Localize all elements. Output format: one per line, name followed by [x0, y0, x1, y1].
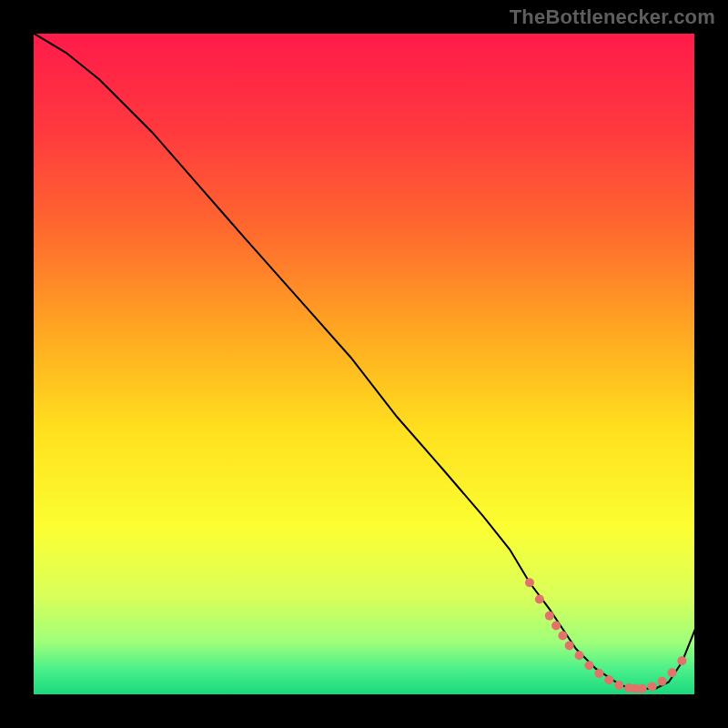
marker-dot: [638, 684, 647, 693]
marker-dot: [575, 651, 584, 660]
marker-dot: [558, 631, 567, 640]
chart-svg: [33, 33, 695, 695]
marker-dot: [525, 578, 534, 587]
marker-dot: [604, 675, 613, 684]
marker-dot: [535, 594, 544, 603]
chart-background: [33, 33, 695, 695]
marker-dot: [551, 622, 561, 631]
watermark-label: TheBottlenecker.com: [510, 5, 715, 29]
marker-dot: [545, 612, 554, 621]
marker-dot: [658, 677, 667, 686]
marker-dot: [677, 656, 686, 665]
marker-dot: [614, 681, 623, 690]
marker-dot: [648, 682, 657, 692]
marker-dot: [565, 641, 574, 650]
marker-dot: [594, 669, 603, 678]
marker-dot: [585, 661, 594, 670]
plot-frame: [33, 33, 695, 695]
app-root: TheBottlenecker.com: [0, 0, 728, 728]
marker-dot: [668, 668, 677, 677]
